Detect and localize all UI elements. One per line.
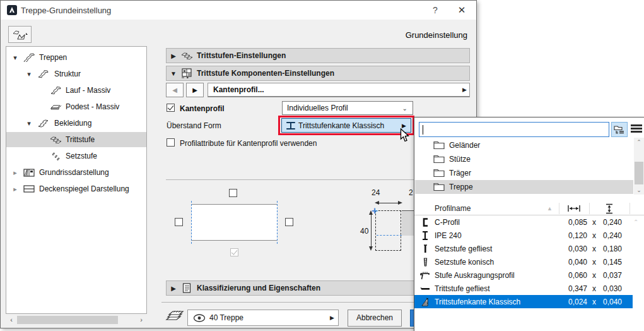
edge-profile-dropdown[interactable]: Individuelles Profil ⌄ <box>282 101 413 115</box>
profile-width: 0,024 <box>553 298 587 306</box>
folder-label: Träger <box>449 169 471 178</box>
tree-item-setzstufe[interactable]: Setzstufe <box>6 148 146 164</box>
expand-icon[interactable]: ▾ <box>25 119 33 128</box>
eye-icon <box>193 314 206 322</box>
preview-left-checkbox[interactable] <box>175 218 183 226</box>
section-component-settings[interactable]: ▼ Trittstufe Komponenten-Einstellungen <box>166 66 470 81</box>
profile-name: Trittstufenkante Klassisch <box>435 298 520 306</box>
scroll-right-icon[interactable]: › <box>137 315 146 325</box>
profile-search-input[interactable] <box>419 122 609 137</box>
tree-item-grundrissdarstellung[interactable]: ▸ Grundrissdarstellung <box>6 165 146 180</box>
profile-table-header[interactable]: Profilname ▲ <box>414 202 644 215</box>
scroll-left-icon[interactable]: ‹ <box>7 315 16 325</box>
dim-width-line <box>377 203 401 203</box>
dim-height-value: 40 <box>360 227 368 236</box>
riser-tile-glyph-icon <box>420 243 430 254</box>
help-button[interactable]: ? <box>427 3 443 17</box>
origin-cross-icon: + <box>372 208 378 214</box>
profile-width: 0,060 <box>553 271 587 280</box>
c-profile-glyph-icon <box>420 217 430 227</box>
tree-item-bekleidung[interactable]: ▾ Bekleidung <box>6 116 146 131</box>
collapse-icon[interactable]: ▸ <box>11 185 19 193</box>
tree-item-deckenspiegel[interactable]: ▸ Deckenspiegel Darstellung <box>6 181 146 196</box>
chevron-right-icon[interactable]: ▶ <box>462 87 467 93</box>
layer-selector[interactable]: 40 Treppe ▶ <box>187 310 339 326</box>
next-component-button[interactable]: ▶ <box>186 83 204 97</box>
section-tread-settings[interactable]: ▶ Trittstufen-Einstellungen <box>166 48 470 63</box>
profile-row-setzstufe-konisch[interactable]: Setzstufe konisch 0,040 x 0,145 <box>414 255 633 268</box>
scrollbar-thumb[interactable] <box>17 316 118 324</box>
preview-dash-right <box>277 201 278 244</box>
width-column-icon[interactable] <box>567 205 581 212</box>
ibeam-glyph-icon <box>420 230 430 241</box>
tree-view-toggle-button[interactable] <box>611 122 628 137</box>
folder-item-treppe[interactable]: Treppe <box>415 180 633 194</box>
arrow-down-icon <box>369 246 373 251</box>
profile-width: 0,120 <box>553 231 587 240</box>
tree-item-treppen[interactable]: ▾ Treppen <box>6 50 146 65</box>
tree-item-trittstufe[interactable]: Trittstufe <box>6 132 146 147</box>
overhang-glyph-icon <box>420 270 430 280</box>
profile-height: 0,240 <box>600 231 622 240</box>
scrollbar-thumb[interactable] <box>635 162 643 184</box>
folder-icon <box>433 140 445 151</box>
dimension-separator: x <box>590 271 598 280</box>
tree-horizontal-scrollbar[interactable]: ‹ › <box>6 315 147 325</box>
profile-row-trittstufe-gefliest[interactable]: Trittstufe gefliest 0,347 x 0,030 <box>414 282 633 295</box>
edge-profile-subtab[interactable]: Kantenprofil... ▶ <box>208 83 470 97</box>
table-scroll-up-icon[interactable]: ⌃ <box>633 219 638 226</box>
preview-right-checkbox[interactable] <box>285 218 293 226</box>
cancel-button[interactable]: Abbrechen <box>348 310 402 327</box>
folder-item-stuetze[interactable]: Stütze <box>415 152 633 166</box>
folder-item-traeger[interactable]: Träger <box>415 166 633 180</box>
profile-row-ipe-240[interactable]: IPE 240 0,120 x 0,240 <box>414 229 633 242</box>
profile-width: 0,347 <box>553 284 587 293</box>
tree-item-podest-massiv[interactable]: Podest - Massiv <box>6 99 146 114</box>
profile-attributes-checkbox[interactable] <box>167 138 175 147</box>
scroll-down-icon[interactable]: ⌄ <box>634 186 644 195</box>
profile-name: C-Profil <box>435 218 460 227</box>
title-bar[interactable]: Treppe-Grundeinstellung ? ✕ <box>1 1 476 20</box>
profile-row-stufe-auskragungsprofil[interactable]: Stufe Auskragungsprofil 0,060 x 0,037 <box>414 268 633 282</box>
collapse-icon[interactable]: ▸ <box>11 169 19 177</box>
scroll-up-icon[interactable]: ⌃ <box>634 138 644 147</box>
profile-height: 0,145 <box>600 258 622 267</box>
height-column-icon[interactable] <box>606 203 613 214</box>
favorites-button[interactable] <box>8 26 32 43</box>
tread-icon <box>49 135 62 145</box>
close-button[interactable]: ✕ <box>454 3 470 17</box>
profile-ibeam-icon <box>286 121 296 130</box>
chevron-right-icon: ▶ <box>402 123 406 129</box>
preview-bottom-checkbox-disabled <box>230 248 238 256</box>
column-header-name[interactable]: Profilname <box>435 204 471 213</box>
folder-item-gelaender[interactable]: Geländer <box>415 138 633 152</box>
dimension-separator: x <box>590 284 598 293</box>
profile-width: 0,030 <box>553 244 587 253</box>
document-icon <box>180 282 193 294</box>
tree-item-label: Setzstufe <box>66 152 97 160</box>
tree-item-label: Trittstufe <box>66 135 95 144</box>
folder-list-scrollbar[interactable]: ⌃ ⌄ <box>634 138 644 195</box>
folder-label: Geländer <box>449 141 480 150</box>
dim-clipped-value: 2 <box>409 188 413 197</box>
preview-top-checkbox[interactable] <box>229 189 237 197</box>
expand-icon[interactable]: ▾ <box>11 54 19 62</box>
flight-icon <box>49 85 62 95</box>
sort-ascending-icon[interactable]: ▲ <box>547 205 553 212</box>
dim-height-line <box>371 212 372 249</box>
prev-component-button[interactable]: ◀ <box>166 83 184 97</box>
profile-row-c-profil[interactable]: C-Profil 0,085 x 0,240 <box>414 215 633 229</box>
component-settings-icon <box>180 68 193 79</box>
dropdown-value: Individuelles Profil <box>287 104 348 112</box>
tree-item-lauf-massiv[interactable]: Lauf - Massiv <box>6 83 146 98</box>
stair-settings-dialog: Treppe-Grundeinstellung ? ✕ Grundeinstel… <box>0 0 477 328</box>
list-view-icon[interactable] <box>631 124 642 135</box>
overhang-form-button[interactable]: Trittstufenkante Klassisch ▶ <box>281 118 411 133</box>
tread-tile-glyph-icon <box>420 283 430 294</box>
expand-icon[interactable]: ▾ <box>25 70 33 78</box>
tree-item-struktur[interactable]: ▾ Struktur <box>6 66 146 81</box>
profile-row-trittstufenkante-klassisch[interactable]: Trittstufenkante Klassisch 0,024 x 0,040 <box>414 295 633 308</box>
edge-profile-checkbox[interactable] <box>167 104 175 112</box>
profile-row-setzstufe-gefliest[interactable]: Setzstufe gefliest 0,030 x 0,180 <box>414 242 633 255</box>
stairs-icon <box>23 52 35 63</box>
